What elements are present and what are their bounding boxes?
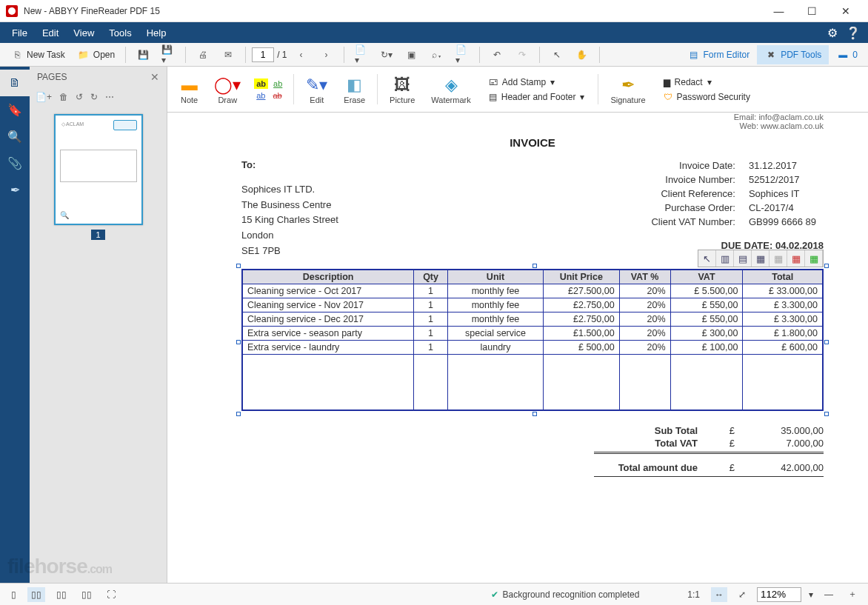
form-editor-button[interactable]: ▤Form Editor <box>682 45 754 64</box>
rotate-left-icon[interactable]: ↺ <box>76 92 83 102</box>
hand-button[interactable]: ✋ <box>571 45 593 64</box>
page-total-label: / 1 <box>277 50 287 60</box>
add-page-button[interactable]: 📄▾ <box>350 45 373 64</box>
status-bar: ▯ ▯▯ ▯▯ ▯▯ ⛶ ✔Background recognition com… <box>0 583 868 605</box>
merge-icon[interactable]: ▦ <box>769 250 787 267</box>
maximize-button[interactable]: ☐ <box>795 0 829 22</box>
pointer-button[interactable]: ↖ <box>546 45 568 64</box>
minimize-button[interactable]: — <box>762 0 795 22</box>
add-stamp-button[interactable]: 🖃Add Stamp ▾ <box>486 76 588 89</box>
picture-tool[interactable]: 🖼Picture <box>384 70 421 109</box>
highlight-tool[interactable]: ab <box>254 78 268 89</box>
invoice-meta-table: Invoice Date:31.12.2017 Invoice Number:5… <box>644 158 824 230</box>
ratio-button[interactable]: 1:1 <box>684 587 704 602</box>
document-viewport[interactable]: Email: info@aclam.co.uk Web: www.aclam.c… <box>167 113 868 583</box>
help-icon[interactable]: ❔ <box>843 26 864 40</box>
delete-icon[interactable]: 🗑 <box>59 92 68 102</box>
hand-icon: ✋ <box>575 48 589 61</box>
header-icon: ▤ <box>489 92 497 102</box>
zoom-in-button[interactable]: ＋ <box>844 586 861 603</box>
close-button[interactable]: ✕ <box>829 0 862 22</box>
pdf-tools-button[interactable]: ✖PDF Tools <box>757 45 829 64</box>
strikeout-tool[interactable]: ab <box>271 90 284 101</box>
menu-view[interactable]: View <box>66 24 101 41</box>
note-tool[interactable]: ▬Note <box>175 70 204 109</box>
prev-page-button[interactable]: ‹ <box>290 45 313 64</box>
fit-page-icon[interactable]: ⤢ <box>735 587 750 602</box>
to-line: London <box>241 228 449 244</box>
signatures-tab-icon[interactable]: ✒ <box>0 176 30 203</box>
password-security-button[interactable]: 🛡Password Security <box>661 90 753 104</box>
attachments-tab-icon[interactable]: 📎 <box>0 150 30 176</box>
erase-tool[interactable]: ◧Erase <box>338 70 371 109</box>
print-icon: 🖨 <box>196 48 210 61</box>
recognize-button[interactable]: ⌕▾ <box>426 45 448 64</box>
note-icon: ▬ <box>181 75 198 96</box>
view-single-icon[interactable]: ▯ <box>7 587 20 602</box>
delete-page-button[interactable]: 📄▾ <box>451 45 473 64</box>
pages-tab-icon[interactable]: 🗎 <box>0 70 30 96</box>
open-button[interactable]: 📁Open <box>73 45 119 64</box>
edit-tool[interactable]: ✎▾Edit <box>300 70 333 109</box>
table-pointer-icon[interactable]: ↖ <box>698 250 716 267</box>
menu-help[interactable]: Help <box>139 24 174 41</box>
totals-block: Sub Total£35.000,00 Total VAT£7.000,00 T… <box>241 424 824 477</box>
draw-tool[interactable]: ◯▾Draw <box>208 70 247 109</box>
menu-file[interactable]: File <box>4 24 35 41</box>
app-logo-icon <box>6 5 18 17</box>
window-title: New - ABBYY FineReader PDF 15 <box>24 6 762 16</box>
mail-icon: ✉ <box>221 48 235 61</box>
view-two-cont-icon[interactable]: ▯▯ <box>78 587 96 602</box>
save-button[interactable]: 💾 <box>132 45 154 64</box>
doc-email: Email: info@aclam.co.uk <box>241 113 824 121</box>
bookmarks-tab-icon[interactable]: 🔖 <box>0 96 30 123</box>
settings-icon[interactable]: ⚙ <box>822 26 843 40</box>
edit-ribbon: ▬Note ◯▾Draw ab ab ab ab ✎▾Edit ◧Erase 🖼… <box>167 67 868 113</box>
undo-button[interactable]: ↶ <box>486 45 508 64</box>
search-tab-icon[interactable]: 🔍 <box>0 123 30 150</box>
split-icon[interactable]: ▦ <box>752 250 769 267</box>
watermark-tool[interactable]: ◈Watermark <box>425 70 476 109</box>
zoom-select[interactable] <box>757 587 801 602</box>
save-icon: 💾 <box>136 48 150 61</box>
redact-button[interactable]: ▆Redact ▾ <box>661 76 753 89</box>
menu-tools[interactable]: Tools <box>101 24 138 41</box>
invoice-table-selection[interactable]: ↖ ▥ ▤ ▦ ▦ ▦ ▦ DescriptionQty UnitUnit Pr… <box>241 269 824 411</box>
redo-button[interactable]: ↷ <box>511 45 533 64</box>
email-button[interactable]: ✉ <box>217 45 239 64</box>
strikethrough-tool[interactable]: ab <box>254 90 267 101</box>
main-toolbar: ⎘New Task 📁Open 💾 💾▾ 🖨 ✉ / 1 ‹ › 📄▾ ↻▾ ▣… <box>0 43 868 67</box>
chevron-right-icon: › <box>320 48 333 61</box>
fit-width-icon[interactable]: ↔ <box>711 587 727 602</box>
form-icon: ▤ <box>687 48 700 61</box>
header-footer-button[interactable]: ▤Header and Footer ▾ <box>486 90 588 104</box>
fullscreen-icon[interactable]: ⛶ <box>103 587 119 602</box>
page-thumbnail[interactable]: ◇ ACLAM 🔍 <box>54 114 143 225</box>
zoom-out-button[interactable]: — <box>821 587 837 602</box>
delete-table-icon[interactable]: ▦ <box>787 250 805 267</box>
rotate-right-icon[interactable]: ↻ <box>90 92 98 102</box>
next-page-button[interactable]: › <box>316 45 338 64</box>
menu-edit[interactable]: Edit <box>35 24 66 41</box>
add-page-icon[interactable]: 📄+ <box>36 92 52 102</box>
scan-icon: ⌕▾ <box>430 48 444 61</box>
close-panel-icon[interactable]: ✕ <box>150 71 159 83</box>
view-two-icon[interactable]: ▯▯ <box>53 587 70 602</box>
print-button[interactable]: 🖨 <box>192 45 214 64</box>
folder-icon: 📁 <box>77 48 90 61</box>
chevron-left-icon: ‹ <box>295 48 308 61</box>
crop-button[interactable]: ▣ <box>401 45 423 64</box>
compare-button[interactable]: ▬0 <box>832 45 862 64</box>
more-icon[interactable]: ⋯ <box>105 92 114 102</box>
underline-tool[interactable]: ab <box>271 78 284 89</box>
save-as-button[interactable]: 💾▾ <box>157 45 179 64</box>
add-col-icon[interactable]: ▥ <box>716 250 734 267</box>
view-continuous-icon[interactable]: ▯▯ <box>27 587 45 602</box>
new-task-button[interactable]: ⎘New Task <box>6 45 70 64</box>
table-props-icon[interactable]: ▦ <box>805 250 823 267</box>
add-row-icon[interactable]: ▤ <box>734 250 752 267</box>
rotate-button[interactable]: ↻▾ <box>375 45 398 64</box>
erase-icon: ◧ <box>347 75 362 96</box>
signature-tool[interactable]: ✒Signature <box>604 70 651 109</box>
page-number-input[interactable] <box>252 47 274 62</box>
